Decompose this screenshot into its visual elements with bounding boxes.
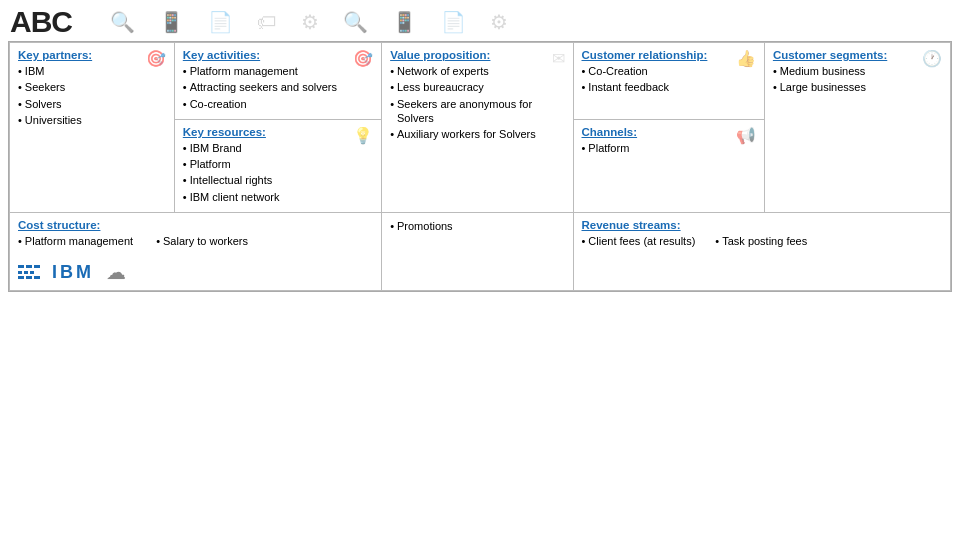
value-proposition-cell: ✉ Value proposition: Network of experts …: [382, 43, 573, 213]
cost-structure-extra-list: Salary to workers: [156, 234, 248, 250]
ibm-wordmark: IBM: [52, 262, 94, 283]
canvas-table: 🎯 Key partners: IBM Seekers Solvers Univ…: [9, 42, 951, 291]
vp-3: Seekers are anonymous for Solvers: [397, 97, 565, 126]
partner-solvers: Solvers: [25, 97, 62, 111]
ibm-bar-2: [18, 271, 40, 274]
doc-icon-2: 📄: [441, 10, 466, 34]
revenue-streams-cell: Revenue streams: Client fees (at results…: [573, 213, 951, 291]
key-partners-cell: 🎯 Key partners: IBM Seekers Solvers Univ…: [10, 43, 175, 213]
main-grid: 🎯 Key partners: IBM Seekers Solvers Univ…: [8, 41, 952, 292]
value-prop-bottom-cell: Promotions: [382, 213, 573, 291]
customer-segments-title: Customer segments:: [773, 49, 942, 61]
revenue-streams-title: Revenue streams:: [582, 219, 943, 231]
partner-seekers: Seekers: [25, 80, 65, 94]
key-resources-list: IBM Brand Platform Intellectual rights I…: [183, 141, 373, 204]
partner-ibm: IBM: [25, 64, 45, 78]
kr-4: IBM client network: [190, 190, 280, 204]
tag-icon: 🏷: [257, 11, 277, 34]
revenue-streams-extra-list: Task posting fees: [715, 234, 807, 250]
mobile-icon-2: 📱: [392, 10, 417, 34]
value-prop-bottom-list: Promotions: [390, 219, 564, 233]
ibm-bar-3: [18, 276, 40, 279]
gear-icon: ⚙: [301, 10, 319, 34]
rs-extra-1: Task posting fees: [722, 234, 807, 248]
kr-3: Intellectual rights: [190, 173, 273, 187]
key-partners-title: Key partners:: [18, 49, 166, 61]
channels-list: Platform: [582, 141, 756, 155]
ibm-logo-row: IBM ☁: [18, 260, 373, 284]
header-icons: 🔍 📱 📄 🏷 ⚙ 🔍 📱 📄 ⚙: [90, 10, 950, 34]
kr-1: IBM Brand: [190, 141, 242, 155]
vpb-1: Promotions: [397, 219, 453, 233]
ibm-logo: [18, 265, 40, 279]
key-resources-cell: 💡 Key resources: IBM Brand Platform Inte…: [174, 119, 381, 212]
search-icon-2: 🔍: [343, 10, 368, 34]
channels-icon: 📢: [736, 126, 756, 145]
customer-relationship-title: Customer relationship:: [582, 49, 756, 61]
customer-segments-list: Medium business Large businesses: [773, 64, 942, 95]
key-partners-list: IBM Seekers Solvers Universities: [18, 64, 166, 127]
partner-universities: Universities: [25, 113, 82, 127]
key-resources-icon: 💡: [353, 126, 373, 145]
cloud-icon: ☁: [106, 260, 126, 284]
customer-relationship-list: Co-Creation Instant feedback: [582, 64, 756, 95]
key-resources-title: Key resources:: [183, 126, 373, 138]
cost-structure-list: Platform management: [18, 234, 133, 250]
ch-1: Platform: [588, 141, 629, 155]
cs-1: Medium business: [780, 64, 866, 78]
value-prop-list: Network of experts Less bureaucracy Seek…: [390, 64, 564, 141]
rs-1: Client fees (at results): [588, 234, 695, 248]
key-activities-cell: 🎯 Key activities: Platform management At…: [174, 43, 381, 120]
vp-4: Auxiliary workers for Solvers: [397, 127, 536, 141]
settings-icon: ⚙: [490, 10, 508, 34]
channels-title: Channels:: [582, 126, 756, 138]
cost-structure-title: Cost structure:: [18, 219, 373, 231]
customer-segments-cell: 🕐 Customer segments: Medium business Lar…: [764, 43, 950, 213]
search-icon-1: 🔍: [110, 10, 135, 34]
cust-rel-icon: 👍: [736, 49, 756, 68]
value-prop-title: Value proposition:: [390, 49, 564, 61]
value-prop-icon: ✉: [552, 49, 565, 68]
cs-extra-1: Salary to workers: [163, 234, 248, 248]
cs-2: Large businesses: [780, 80, 866, 94]
key-partners-icon: 🎯: [146, 49, 166, 68]
vp-2: Less bureaucracy: [397, 80, 484, 94]
channels-cell: 📢 Channels: Platform: [573, 119, 764, 212]
activity-1: Platform management: [190, 64, 298, 78]
mobile-icon-1: 📱: [159, 10, 184, 34]
cs-item-1: Platform management: [25, 234, 133, 248]
cust-seg-icon: 🕐: [922, 49, 942, 68]
doc-icon-1: 📄: [208, 10, 233, 34]
logo: ABC: [10, 5, 90, 39]
cr-1: Co-Creation: [588, 64, 647, 78]
revenue-streams-list: Client fees (at results): [582, 234, 696, 250]
vp-1: Network of experts: [397, 64, 489, 78]
activity-2: Attracting seekers and solvers: [190, 80, 337, 94]
key-activities-title: Key activities:: [183, 49, 373, 61]
customer-relationship-cell: 👍 Customer relationship: Co-Creation Ins…: [573, 43, 764, 120]
ibm-bar-1: [18, 265, 40, 268]
key-activities-icon: 🎯: [353, 49, 373, 68]
activity-3: Co-creation: [190, 97, 247, 111]
cost-structure-cell: Cost structure: Platform management Sala…: [10, 213, 382, 291]
kr-2: Platform: [190, 157, 231, 171]
cr-2: Instant feedback: [588, 80, 669, 94]
key-activities-list: Platform management Attracting seekers a…: [183, 64, 373, 111]
